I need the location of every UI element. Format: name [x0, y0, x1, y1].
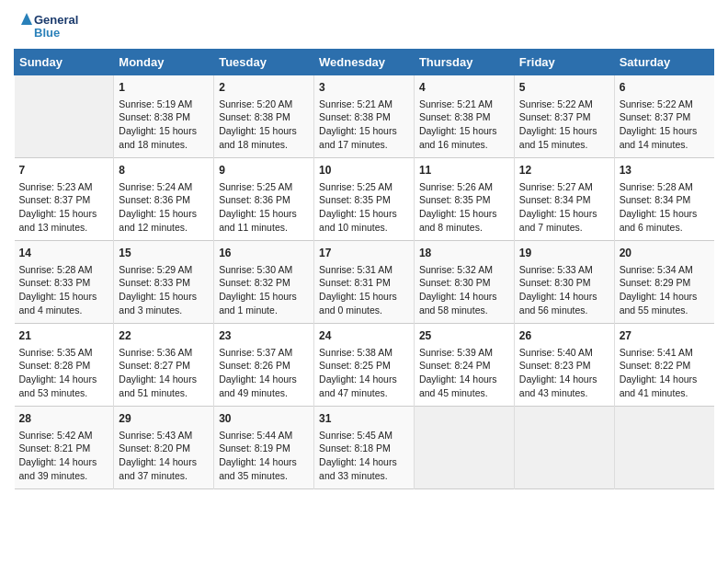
day-number: 13	[620, 163, 710, 178]
header-tuesday: Tuesday	[214, 50, 314, 75]
day-number: 1	[119, 80, 209, 96]
day-info: Daylight: 15 hours	[620, 207, 710, 221]
day-info: Sunrise: 5:36 AM	[119, 346, 209, 360]
day-info: and 56 minutes.	[519, 304, 609, 317]
day-number: 11	[419, 163, 509, 178]
day-number: 26	[519, 328, 609, 344]
day-number: 24	[319, 328, 409, 344]
day-info: and 12 minutes.	[119, 221, 209, 235]
calendar-cell: 3Sunrise: 5:21 AMSunset: 8:38 PMDaylight…	[314, 75, 415, 158]
day-info: Sunset: 8:34 PM	[519, 193, 609, 207]
day-info: Sunset: 8:31 PM	[319, 276, 409, 290]
logo: GeneralBlue	[14, 9, 78, 41]
day-info: Daylight: 14 hours	[19, 373, 109, 386]
day-info: Daylight: 14 hours	[620, 290, 710, 304]
day-info: and 55 minutes.	[620, 304, 710, 317]
day-info: and 10 minutes.	[319, 221, 409, 235]
day-number: 20	[620, 246, 710, 261]
day-number: 18	[419, 246, 509, 261]
day-info: Sunrise: 5:25 AM	[319, 180, 409, 194]
day-info: Daylight: 14 hours	[419, 373, 509, 386]
calendar-cell: 10Sunrise: 5:25 AMSunset: 8:35 PMDayligh…	[314, 158, 415, 241]
day-info: and 58 minutes.	[419, 304, 509, 317]
calendar-cell: 5Sunrise: 5:22 AMSunset: 8:37 PMDaylight…	[514, 75, 614, 158]
day-number: 29	[119, 411, 209, 427]
day-info: and 6 minutes.	[620, 221, 710, 235]
day-number: 5	[519, 80, 609, 96]
day-info: Sunset: 8:37 PM	[620, 110, 710, 124]
calendar-cell: 26Sunrise: 5:40 AMSunset: 8:23 PMDayligh…	[514, 324, 614, 407]
day-info: and 0 minutes.	[319, 304, 409, 317]
day-info: Daylight: 15 hours	[219, 290, 309, 304]
day-number: 9	[219, 163, 309, 178]
day-info: Sunset: 8:30 PM	[519, 276, 609, 290]
calendar-cell: 16Sunrise: 5:30 AMSunset: 8:32 PMDayligh…	[214, 241, 314, 324]
calendar-cell: 27Sunrise: 5:41 AMSunset: 8:22 PMDayligh…	[614, 324, 713, 407]
day-info: and 3 minutes.	[119, 304, 209, 317]
week-row-1: 1Sunrise: 5:19 AMSunset: 8:38 PMDaylight…	[15, 75, 714, 158]
calendar-cell: 13Sunrise: 5:28 AMSunset: 8:34 PMDayligh…	[614, 158, 713, 241]
day-info: Sunrise: 5:20 AM	[219, 98, 309, 111]
day-info: and 16 minutes.	[419, 138, 509, 152]
day-info: Sunset: 8:18 PM	[319, 442, 409, 455]
calendar-cell	[414, 407, 514, 489]
day-info: Sunrise: 5:21 AM	[319, 98, 409, 111]
day-number: 7	[19, 163, 109, 178]
day-info: and 17 minutes.	[319, 138, 409, 152]
day-number: 19	[519, 246, 609, 261]
calendar-cell: 2Sunrise: 5:20 AMSunset: 8:38 PMDaylight…	[214, 75, 314, 158]
day-info: Sunset: 8:36 PM	[119, 193, 209, 207]
day-info: Sunrise: 5:32 AM	[419, 263, 509, 277]
day-info: Daylight: 14 hours	[119, 373, 209, 386]
day-info: Sunset: 8:30 PM	[419, 276, 509, 290]
day-info: and 1 minute.	[219, 304, 309, 317]
day-info: Daylight: 14 hours	[219, 373, 309, 386]
day-info: and 41 minutes.	[620, 386, 710, 400]
calendar-cell: 22Sunrise: 5:36 AMSunset: 8:27 PMDayligh…	[114, 324, 214, 407]
day-info: Daylight: 14 hours	[620, 373, 710, 386]
day-number: 6	[620, 80, 710, 96]
day-info: and 13 minutes.	[19, 221, 109, 235]
day-info: Sunset: 8:29 PM	[620, 276, 710, 290]
day-info: Sunset: 8:32 PM	[219, 276, 309, 290]
calendar-cell: 7Sunrise: 5:23 AMSunset: 8:37 PMDaylight…	[15, 158, 114, 241]
day-info: and 35 minutes.	[219, 469, 309, 483]
day-info: Sunset: 8:25 PM	[319, 359, 409, 373]
header-wednesday: Wednesday	[314, 50, 415, 75]
day-info: and 11 minutes.	[219, 221, 309, 235]
calendar-cell: 11Sunrise: 5:26 AMSunset: 8:35 PMDayligh…	[414, 158, 514, 241]
svg-text:General: General	[34, 13, 78, 27]
calendar-cell: 17Sunrise: 5:31 AMSunset: 8:31 PMDayligh…	[314, 241, 415, 324]
calendar-cell: 6Sunrise: 5:22 AMSunset: 8:37 PMDaylight…	[614, 75, 713, 158]
header: GeneralBlue	[14, 9, 714, 41]
day-info: Daylight: 14 hours	[319, 373, 409, 386]
day-info: Sunset: 8:38 PM	[419, 110, 509, 124]
day-number: 14	[19, 246, 109, 261]
day-info: Sunset: 8:22 PM	[620, 359, 710, 373]
day-number: 8	[119, 163, 209, 178]
svg-marker-0	[21, 13, 32, 25]
day-info: Daylight: 14 hours	[219, 455, 309, 469]
day-number: 23	[219, 328, 309, 344]
day-info: Sunrise: 5:19 AM	[119, 98, 209, 111]
header-saturday: Saturday	[614, 50, 713, 75]
day-number: 15	[119, 246, 209, 261]
day-info: Sunset: 8:33 PM	[19, 276, 109, 290]
week-row-2: 7Sunrise: 5:23 AMSunset: 8:37 PMDaylight…	[15, 158, 714, 241]
calendar-cell: 8Sunrise: 5:24 AMSunset: 8:36 PMDaylight…	[114, 158, 214, 241]
day-info: Sunset: 8:21 PM	[19, 442, 109, 455]
day-number: 21	[19, 328, 109, 344]
day-info: and 47 minutes.	[319, 386, 409, 400]
day-number: 22	[119, 328, 209, 344]
day-info: Daylight: 15 hours	[319, 207, 409, 221]
calendar-cell: 25Sunrise: 5:39 AMSunset: 8:24 PMDayligh…	[414, 324, 514, 407]
day-info: Daylight: 15 hours	[620, 124, 710, 138]
day-info: Sunrise: 5:27 AM	[519, 180, 609, 194]
day-info: Daylight: 15 hours	[319, 124, 409, 138]
day-info: and 8 minutes.	[419, 221, 509, 235]
day-number: 30	[219, 411, 309, 427]
calendar-cell	[514, 407, 614, 489]
day-info: and 15 minutes.	[519, 138, 609, 152]
calendar-cell: 29Sunrise: 5:43 AMSunset: 8:20 PMDayligh…	[114, 407, 214, 489]
day-info: Daylight: 14 hours	[519, 373, 609, 386]
